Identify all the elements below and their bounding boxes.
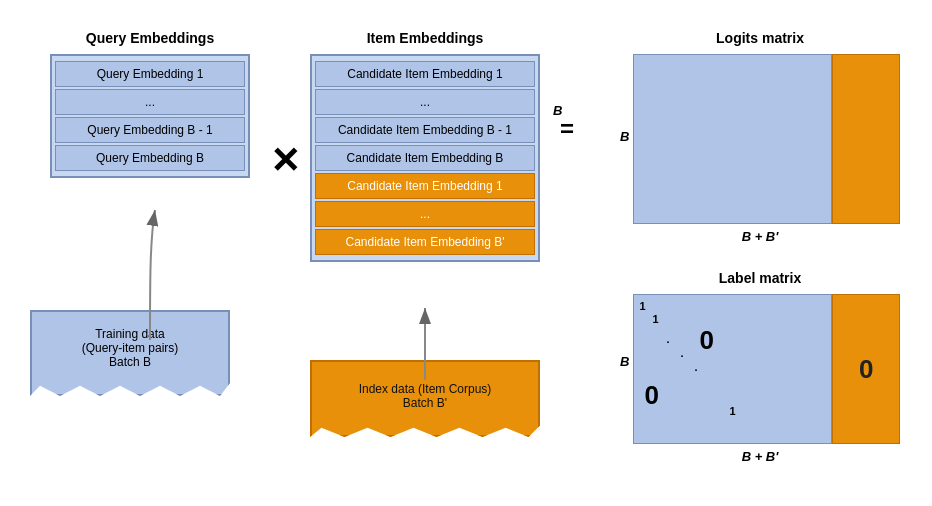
training-data-section: Training data (Query-item pairs) Batch B (30, 310, 230, 396)
training-line3: Batch B (109, 355, 151, 369)
item-embeddings-title: Item Embeddings (310, 30, 540, 46)
item-row-blue-b: Candidate Item Embedding B (315, 145, 535, 171)
multiply-icon: ✕ (270, 140, 300, 181)
diagram: { "query_section": { "title": "Query Emb… (0, 0, 932, 506)
query-row-b-minus-1: Query Embedding B - 1 (55, 117, 245, 143)
logits-matrix-orange (832, 54, 900, 224)
diag-1-2: 1 (652, 313, 658, 325)
query-embeddings-box: Query Embedding 1 ... Query Embedding B … (50, 54, 250, 178)
index-line2: Batch B' (403, 396, 447, 410)
item-embeddings-section: Item Embeddings Candidate Item Embedding… (310, 30, 540, 262)
label-zero-bottom-left: 0 (644, 380, 658, 411)
label-orange-zero: 0 (859, 354, 873, 385)
training-line1: Training data (95, 327, 165, 341)
item-row-orange-bp: Candidate Item Embedding B' (315, 229, 535, 255)
query-embeddings-title: Query Embeddings (50, 30, 250, 46)
logits-matrix-blue (633, 54, 832, 224)
item-embeddings-box: Candidate Item Embedding 1 ... Candidate… (310, 54, 540, 262)
logits-b-label: B (620, 129, 629, 144)
item-row-orange-1: Candidate Item Embedding 1 (315, 173, 535, 199)
diag-dot-1: . (666, 333, 669, 345)
item-row-blue-b-minus-1: Candidate Item Embedding B - 1 (315, 117, 535, 143)
logits-matrix (633, 54, 900, 224)
label-zero-top-right: 0 (699, 325, 713, 356)
logits-b-plus-b-prime: B + B' (620, 229, 900, 244)
multiply-symbol: ✕ (270, 140, 300, 182)
index-line1: Index data (Item Corpus) (359, 382, 492, 396)
equals-symbol: = (560, 115, 574, 143)
diag-dot-2: . (680, 347, 683, 359)
logits-title: Logits matrix (620, 30, 900, 46)
training-line2: (Query-item pairs) (82, 341, 179, 355)
diag-1-last: 1 (729, 405, 735, 417)
b-label-equals: B (553, 103, 562, 118)
query-row-1: Query Embedding 1 (55, 61, 245, 87)
label-matrix: 1 1 . . . 1 0 0 0 (633, 294, 900, 444)
label-b-plus-b-prime: B + B' (620, 449, 900, 464)
index-data-section: Index data (Item Corpus) Batch B' (310, 360, 540, 437)
label-b-label: B (620, 354, 629, 369)
label-section: Label matrix B 1 1 . . . 1 0 0 0 (620, 270, 900, 464)
query-embeddings-section: Query Embeddings Query Embedding 1 ... Q… (50, 30, 250, 178)
label-title: Label matrix (620, 270, 900, 286)
label-matrix-orange: 0 (832, 294, 900, 444)
query-row-b: Query Embedding B (55, 145, 245, 171)
item-row-blue-1: Candidate Item Embedding 1 (315, 61, 535, 87)
item-row-blue-dots: ... (315, 89, 535, 115)
logits-section: Logits matrix B B + B' (620, 30, 900, 244)
diag-dot-3: . (694, 361, 697, 373)
training-data-box: Training data (Query-item pairs) Batch B (30, 310, 230, 396)
index-data-box: Index data (Item Corpus) Batch B' (310, 360, 540, 437)
query-row-dots: ... (55, 89, 245, 115)
diag-1-1: 1 (639, 300, 645, 312)
item-row-orange-dots: ... (315, 201, 535, 227)
label-matrix-blue: 1 1 . . . 1 0 0 (633, 294, 832, 444)
